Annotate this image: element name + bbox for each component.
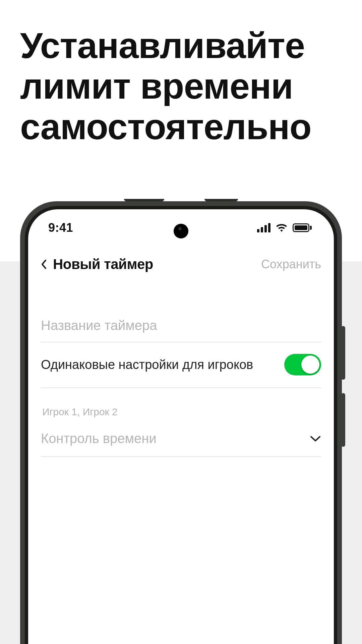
- app-header-left: Новый таймер: [41, 256, 153, 272]
- toggle-knob-icon: [301, 356, 319, 374]
- phone-side-button: [341, 326, 345, 380]
- app-content: Новый таймер Сохранить Одинаковые настро…: [28, 246, 334, 644]
- back-button[interactable]: [41, 259, 47, 269]
- same-settings-label: Одинаковые настройки для игроков: [41, 358, 253, 372]
- spacer: [41, 282, 321, 308]
- same-settings-row: Одинаковые настройки для игроков: [41, 342, 321, 388]
- time-control-dropdown[interactable]: Контроль времени: [41, 418, 321, 457]
- phone-inner-rim: 9:41: [25, 206, 337, 644]
- phone-frame: 9:41: [20, 201, 342, 644]
- save-button[interactable]: Сохранить: [261, 257, 321, 271]
- chevron-down-icon: [310, 435, 321, 442]
- phone-screen: 9:41: [28, 209, 334, 644]
- phone-side-button: [341, 393, 345, 447]
- page-title: Новый таймер: [53, 256, 153, 272]
- status-bar: 9:41: [28, 209, 334, 246]
- chevron-left-icon: [41, 259, 47, 269]
- phone-notch-accent: [204, 199, 238, 201]
- timer-name-field: [41, 308, 321, 342]
- wifi-icon: [275, 223, 288, 232]
- app-header: Новый таймер Сохранить: [41, 246, 321, 282]
- cellular-icon: [257, 223, 270, 232]
- time-control-label: Контроль времени: [41, 431, 157, 446]
- phone-mockup: 9:41: [20, 201, 342, 644]
- hero-title: Устанавливайте лимит времени самостоятел…: [20, 25, 342, 147]
- hero-section: Устанавливайте лимит времени самостоятел…: [0, 0, 362, 147]
- timer-name-input[interactable]: [41, 318, 321, 333]
- players-caption: Игрок 1, Игрок 2: [42, 406, 321, 418]
- battery-icon: [293, 223, 312, 232]
- same-settings-toggle[interactable]: [284, 354, 321, 375]
- phone-notch-accent: [124, 199, 164, 201]
- status-icons: [257, 223, 312, 232]
- status-time: 9:41: [48, 221, 73, 235]
